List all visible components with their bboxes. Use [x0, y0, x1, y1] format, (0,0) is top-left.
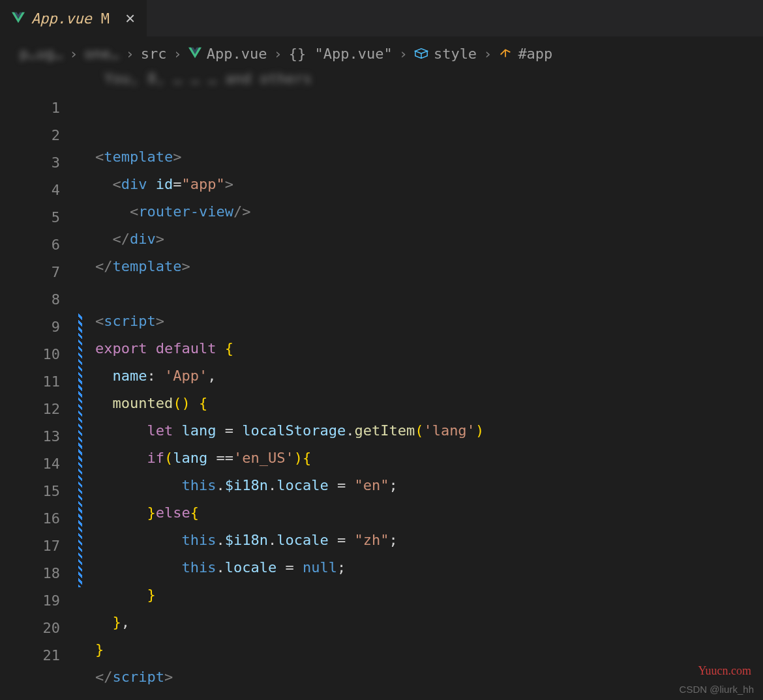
line-number: 20	[0, 615, 60, 642]
watermark-csdn: CSDN @liurk_hh	[680, 684, 754, 695]
code-area[interactable]: <template> <div id="app"> <router-view/>…	[82, 95, 484, 700]
chevron-right-icon: ›	[273, 46, 282, 62]
code-line[interactable]	[95, 280, 484, 308]
code-line[interactable]: </div>	[95, 226, 484, 253]
code-line[interactable]: this.$i18n.locale = "en";	[95, 472, 484, 499]
line-number: 15	[0, 478, 60, 505]
close-icon[interactable]: ×	[125, 8, 135, 29]
line-number: 10	[0, 341, 60, 368]
line-number: 6	[0, 231, 60, 259]
tab-filename: App.vue	[31, 10, 92, 27]
code-editor[interactable]: 1 2 3 4 5 6 7 8 9 10 11 12 13 14 15 16 1…	[0, 91, 763, 700]
chevron-right-icon: ›	[125, 46, 134, 62]
code-line[interactable]: </template>	[95, 253, 484, 280]
breadcrumb-seg-blurred-2[interactable]: one…	[84, 46, 119, 62]
line-number: 12	[0, 396, 60, 423]
line-number: 2	[0, 122, 60, 149]
line-number: 5	[0, 204, 60, 231]
line-number: 11	[0, 368, 60, 396]
tab-bar: App.vue M ×	[0, 0, 763, 36]
line-number: 1	[0, 95, 60, 122]
line-number: 13	[0, 423, 60, 450]
code-line[interactable]: }	[95, 636, 484, 664]
line-number-gutter: 1 2 3 4 5 6 7 8 9 10 11 12 13 14 15 16 1…	[0, 95, 78, 700]
code-line[interactable]: </script>	[95, 664, 484, 691]
vue-icon	[12, 10, 25, 27]
chevron-right-icon: ›	[173, 46, 181, 62]
breadcrumb-seg-style[interactable]: style	[414, 46, 477, 62]
line-number: 8	[0, 286, 60, 314]
watermark-yuucn: Yuucn.com	[698, 664, 751, 678]
code-line[interactable]: name: 'App',	[95, 362, 484, 390]
line-number: 7	[0, 259, 60, 286]
vue-icon	[188, 46, 202, 62]
chevron-right-icon: ›	[399, 46, 408, 62]
block-icon	[414, 46, 428, 62]
line-number: 3	[0, 149, 60, 177]
code-line[interactable]: mounted() {	[95, 390, 484, 417]
breadcrumb-seg-src[interactable]: src	[141, 46, 167, 62]
line-number: 19	[0, 587, 60, 615]
code-line[interactable]: <div id="app">	[95, 171, 484, 198]
line-number: 9	[0, 314, 60, 341]
line-number: 17	[0, 532, 60, 560]
code-line[interactable]	[95, 691, 484, 700]
line-number: 21	[0, 642, 60, 669]
breadcrumb-seg-symbol[interactable]: {} "App.vue"	[289, 46, 393, 62]
code-line[interactable]: this.locale = null;	[95, 554, 484, 581]
code-line[interactable]: this.$i18n.locale = "zh";	[95, 527, 484, 554]
code-line[interactable]: <script>	[95, 308, 484, 335]
code-line[interactable]: }else{	[95, 499, 484, 527]
code-line[interactable]: <router-view/>	[95, 198, 484, 226]
codelens-blurred: You, 8, … … … and others	[91, 67, 763, 91]
selector-icon	[498, 46, 513, 62]
line-number: 16	[0, 505, 60, 532]
modified-line-marker	[78, 314, 82, 587]
line-number: 4	[0, 177, 60, 204]
chevron-right-icon: ›	[483, 46, 492, 62]
tab-modified-indicator: M	[101, 10, 110, 27]
code-line[interactable]: if(lang =='en_US'){	[95, 445, 484, 472]
breadcrumb-seg-blurred-1[interactable]: p…ug…	[20, 46, 63, 62]
code-line[interactable]: },	[95, 609, 484, 636]
git-change-gutter	[78, 95, 82, 700]
code-line[interactable]: }	[95, 581, 484, 609]
line-number: 18	[0, 560, 60, 587]
breadcrumb-seg-file[interactable]: App.vue	[188, 46, 267, 62]
breadcrumb-seg-app[interactable]: #app	[498, 46, 552, 62]
code-line[interactable]: let lang = localStorage.getItem('lang')	[95, 417, 484, 445]
code-line[interactable]: export default {	[95, 335, 484, 362]
chevron-right-icon: ›	[69, 46, 78, 62]
line-number: 14	[0, 450, 60, 478]
editor-tab-app-vue[interactable]: App.vue M ×	[0, 0, 147, 36]
code-line[interactable]: <template>	[95, 143, 484, 171]
breadcrumb: p…ug… › one… › src › App.vue › {} "App.v…	[0, 36, 763, 67]
